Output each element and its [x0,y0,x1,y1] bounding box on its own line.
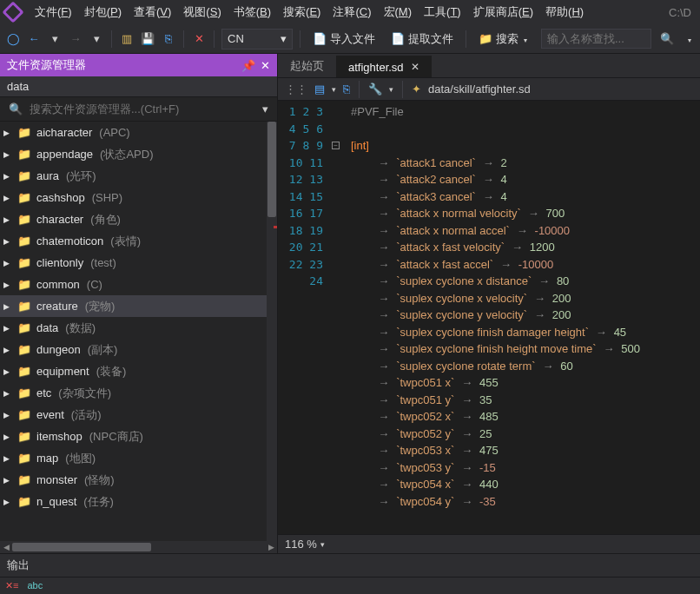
folder-icon: 📁 [17,321,31,334]
caret-right-icon: ▶ [3,498,12,506]
folder-note: (NPC商店) [89,429,143,445]
scroll-right-icon[interactable]: ▶ [265,543,277,551]
menu-item[interactable]: 帮助(H) [540,3,589,22]
tree-folder-etc[interactable]: ▶📁etc(杂项文件) [0,382,267,404]
menu-item[interactable]: 搜索(E) [278,3,326,22]
zoom-dd-icon[interactable]: ▾ [320,540,325,549]
explorer-root[interactable]: data [0,76,277,97]
tab-start-page[interactable]: 起始页 [278,54,336,77]
fwd-dd[interactable]: ▾ [89,31,104,47]
tree-folder-appendage[interactable]: ▶📁appendage(状态APD) [0,143,267,165]
wrench-icon[interactable]: 🔧 [368,82,382,96]
code-view[interactable]: #PVF_File [int] → `attack1 cancel` → 2 →… [346,101,700,534]
folder-note: (数据) [65,320,96,336]
folder-name: clientonly [36,256,83,269]
window-layout-icon[interactable]: ▤ [314,82,325,96]
tree-folder-aura[interactable]: ▶📁aura(光环) [0,165,267,187]
tree-folder-monster[interactable]: ▶📁monster(怪物) [0,469,267,491]
app-logo-icon [2,1,23,23]
v-scrollbar[interactable] [267,122,277,541]
menu-item[interactable]: 文件(F) [30,3,77,22]
open-button[interactable]: ▥ [119,31,135,47]
search-icon[interactable]: 🔍 [657,32,677,45]
tree-folder-dungeon[interactable]: ▶📁dungeon(副本) [0,339,267,360]
tree-folder-character[interactable]: ▶📁character(角色) [0,208,267,230]
folder-icon: 📁 [17,408,31,421]
rail-icon[interactable]: ⋮⋮ [285,82,307,96]
nav-back-button[interactable]: ◯ [5,31,21,47]
tree-folder-map[interactable]: ▶📁map(地图) [0,447,267,469]
caret-right-icon: ▶ [3,454,12,463]
window-path: C:\D [669,6,695,19]
tree-folder-clientonly[interactable]: ▶📁clientonly(test) [0,252,267,274]
back-dd[interactable]: ▾ [47,31,63,47]
save-all-button[interactable]: ⎘ [161,31,176,47]
caret-right-icon: ▶ [3,150,12,159]
tree-folder-creature[interactable]: ▶📁creature(宠物) [0,295,267,317]
tree-folder-cashshop[interactable]: ▶📁cashshop(SHP) [0,187,267,208]
breadcrumb-path[interactable]: data/skill/atfighter.sd [428,82,531,96]
h-scroll-thumb[interactable] [12,543,151,551]
import-file-button[interactable]: 📄导入文件 [307,29,380,50]
menu-item[interactable]: 宏(M) [379,3,418,22]
caret-right-icon: ▶ [3,194,12,202]
file-star-icon[interactable]: ✦ [412,82,421,96]
clear-output-icon[interactable]: ✕≡ [5,580,18,591]
caret-right-icon: ▶ [3,324,12,333]
menu-item[interactable]: 扩展商店(E) [468,3,538,22]
folder-name: map [36,452,58,465]
tree-folder-common[interactable]: ▶📁common(C) [0,274,267,295]
file-tree: ▶📁aicharacter(APC)▶📁appendage(状态APD)▶📁au… [0,122,277,541]
search-dd-icon[interactable]: ▾ [257,102,274,116]
tree-folder-chatemoticon[interactable]: ▶📁chatemoticon(表情) [0,230,267,252]
search-button[interactable]: 📁搜索 [473,29,532,50]
folder-name: itemshop [36,430,83,443]
menu-item[interactable]: 工具(T) [419,3,466,22]
folder-name: data [36,321,58,334]
copy-icon[interactable]: ⎘ [343,82,350,96]
scroll-left-icon[interactable]: ◀ [0,543,12,551]
export-file-button[interactable]: 📄提取文件 [386,29,459,50]
tab-atfighter[interactable]: atfighter.sd✕ [336,54,432,77]
folder-note: (怪物) [84,472,115,488]
menu-bar: 文件(F)封包(P)查看(V)视图(S)书签(B)搜索(E)注释(C)宏(M)工… [0,0,700,24]
menu-item[interactable]: 封包(P) [79,3,127,22]
scroll-marker [274,226,277,228]
menu-item[interactable]: 书签(B) [228,3,276,22]
export-icon: 📄 [391,32,405,45]
caret-right-icon: ▶ [3,302,12,311]
close-tab-icon[interactable]: ✕ [411,61,419,73]
tree-folder-event[interactable]: ▶📁event(活动) [0,404,267,426]
h-scrollbar[interactable]: ◀ ▶ [0,541,277,553]
tree-folder-data[interactable]: ▶📁data(数据) [0,317,267,339]
folder-icon: 📁 [17,495,31,508]
back-arrow-button[interactable]: ← [26,31,42,47]
menu-item[interactable]: 查看(V) [129,3,176,22]
tree-folder-n_quest[interactable]: ▶📁n_quest(任务) [0,491,267,512]
sidebar: 文件资源管理器 📌 ✕ data 🔍 ▾ ▶📁aicharacter(APC)▶… [0,54,278,553]
zoom-level[interactable]: 116 % [285,538,317,551]
pin-icon[interactable]: 📌 [241,59,255,72]
forward-arrow-button: → [68,31,83,47]
tree-folder-itemshop[interactable]: ▶📁itemshop(NPC商店) [0,426,267,447]
search-icon[interactable]: 🔍 [3,102,28,116]
v-scroll-thumb[interactable] [267,122,276,217]
menu-item[interactable]: 视图(S) [178,3,226,22]
toggle-output-icon[interactable]: abc [27,580,43,591]
folder-note: (装备) [96,364,127,380]
folder-name: etc [36,386,51,399]
explorer-search-input[interactable] [28,99,257,119]
menu-item[interactable]: 注释(C) [327,3,376,22]
fold-toggle-icon[interactable]: − [332,142,340,149]
tree-folder-aicharacter[interactable]: ▶📁aicharacter(APC) [0,122,267,143]
search-dd[interactable] [683,32,695,45]
save-button[interactable]: 💾 [140,31,155,47]
language-dropdown[interactable]: CN▾ [221,29,293,50]
delete-button[interactable]: ✕ [191,31,207,47]
close-icon[interactable]: ✕ [261,59,270,72]
output-panel: 输出 ✕≡ abc [0,553,700,594]
tree-folder-equipment[interactable]: ▶📁equipment(装备) [0,360,267,382]
name-search-input[interactable] [541,29,651,49]
folder-icon: 📁 [17,234,31,248]
output-title: 输出 [0,554,700,578]
